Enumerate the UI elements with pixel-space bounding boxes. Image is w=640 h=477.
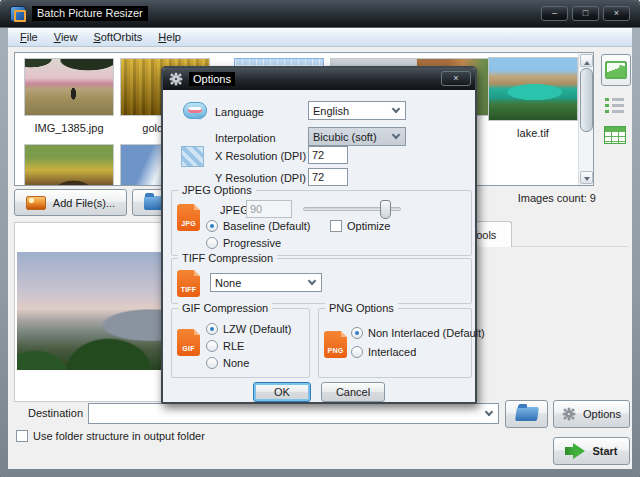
start-arrow-icon xyxy=(565,443,585,459)
optimize-checkbox-row[interactable]: Optimize xyxy=(330,220,390,232)
baseline-radio[interactable] xyxy=(206,220,218,232)
gif-group-title: GIF Compression xyxy=(178,302,272,314)
optimize-label: Optimize xyxy=(347,220,390,232)
tiff-compression-value: None xyxy=(211,277,305,289)
jpeg-label: JPEG xyxy=(220,204,249,216)
app-window: Batch Picture Resizer – □ × File View So… xyxy=(0,0,640,477)
language-select[interactable]: English xyxy=(308,101,406,120)
add-files-button[interactable]: Add File(s)... xyxy=(14,189,127,216)
tiff-group-title: TIFF Compression xyxy=(178,252,277,264)
rle-radio-row[interactable]: RLE xyxy=(206,340,244,352)
language-label: Language xyxy=(215,106,264,118)
menu-softorbits[interactable]: SoftOrbits xyxy=(85,29,150,45)
scroll-up-icon[interactable] xyxy=(580,54,593,67)
slider-thumb[interactable] xyxy=(380,200,391,219)
png-badge-text: PNG xyxy=(328,347,344,354)
interpolation-value: Bicubic (soft) xyxy=(309,131,389,143)
baseline-radio-row[interactable]: Baseline (Default) xyxy=(206,220,310,232)
thumbnail-view-button[interactable] xyxy=(601,54,631,86)
use-folder-structure-label: Use folder structure in output folder xyxy=(33,430,205,442)
chevron-down-icon[interactable] xyxy=(485,408,493,416)
scrollbar-thumb[interactable] xyxy=(580,68,593,132)
lzw-radio[interactable] xyxy=(206,323,218,335)
list-item[interactable]: IMG_1385.jpg xyxy=(21,58,117,134)
language-icon xyxy=(183,102,207,119)
destination-combobox[interactable] xyxy=(88,403,499,424)
chevron-down-icon xyxy=(392,131,400,139)
progressive-label: Progressive xyxy=(223,237,281,249)
menu-file[interactable]: File xyxy=(12,29,46,45)
non-interlaced-radio-row[interactable]: Non Interlaced (Default) xyxy=(351,327,485,339)
jpeg-options-group: JPEG Options JPG JPEG Baseline (Default)… xyxy=(171,190,472,256)
interlaced-radio[interactable] xyxy=(351,346,363,358)
interpolation-label: Interpolation xyxy=(215,132,276,144)
thumbnail-label: lake.tif xyxy=(485,127,581,139)
tiff-compression-select[interactable]: None xyxy=(210,273,322,292)
chevron-down-icon xyxy=(392,105,400,113)
y-resolution-field[interactable] xyxy=(308,168,348,186)
dialog-titlebar: Options xyxy=(163,68,475,90)
maximize-button[interactable]: □ xyxy=(572,6,599,21)
non-interlaced-radio[interactable] xyxy=(351,327,363,339)
tiff-badge-text: TIFF xyxy=(181,286,197,293)
png-group-title: PNG Options xyxy=(325,302,398,314)
menu-help[interactable]: Help xyxy=(150,29,189,45)
interlaced-radio-row[interactable]: Interlaced xyxy=(351,346,416,358)
window-titlebar: Batch Picture Resizer – □ × xyxy=(0,0,640,28)
jpg-badge-text: JPG xyxy=(181,220,196,227)
options-button[interactable]: Options xyxy=(553,400,630,428)
tiff-file-icon: TIFF xyxy=(177,270,200,297)
list-item[interactable]: lake.tif xyxy=(485,57,581,139)
png-options-group: PNG Options PNG Non Interlaced (Default)… xyxy=(318,308,472,378)
scroll-down-icon[interactable] xyxy=(580,171,593,184)
lzw-radio-row[interactable]: LZW (Default) xyxy=(206,323,291,335)
options-dialog: Options × Language English Interpolation… xyxy=(161,66,477,404)
thumbnail-autumn-cabin[interactable] xyxy=(24,144,114,186)
thumbnail-label: IMG_1385.jpg xyxy=(21,122,117,134)
gif-file-icon: GIF xyxy=(177,329,200,356)
thumbnail-lake[interactable] xyxy=(488,57,578,121)
gif-none-label: None xyxy=(223,357,249,369)
x-resolution-field[interactable] xyxy=(308,146,348,164)
list-view-icon[interactable] xyxy=(605,97,625,115)
rle-radio[interactable] xyxy=(206,340,218,352)
dialog-title: Options xyxy=(189,72,235,86)
options-button-label: Options xyxy=(583,408,621,420)
progressive-radio[interactable] xyxy=(206,237,218,249)
interpolation-select[interactable]: Bicubic (soft) xyxy=(308,127,406,146)
use-folder-structure-checkbox[interactable] xyxy=(16,430,28,442)
destination-input[interactable] xyxy=(89,405,482,422)
details-view-icon[interactable] xyxy=(604,126,626,144)
cancel-button[interactable]: Cancel xyxy=(321,382,385,402)
dialog-close-button[interactable]: × xyxy=(441,71,471,86)
lzw-label: LZW (Default) xyxy=(223,323,291,335)
minimize-button[interactable]: – xyxy=(541,6,568,21)
png-file-icon: PNG xyxy=(324,331,347,358)
x-resolution-label: X Resolution (DPI) xyxy=(215,150,306,162)
ok-button[interactable]: OK xyxy=(253,382,311,402)
jpeg-quality-slider[interactable] xyxy=(303,207,401,211)
language-value: English xyxy=(309,105,389,117)
preview-photo xyxy=(17,252,165,370)
gif-none-radio-row[interactable]: None xyxy=(206,357,249,369)
list-item[interactable] xyxy=(21,144,117,186)
progressive-radio-row[interactable]: Progressive xyxy=(206,237,281,249)
browse-folder-button[interactable] xyxy=(505,400,548,428)
resolution-icon xyxy=(181,146,204,167)
browse-folder-icon xyxy=(515,407,539,421)
menu-bar: File View SoftOrbits Help xyxy=(8,28,632,47)
photo-icon xyxy=(26,196,46,210)
menu-view[interactable]: View xyxy=(46,29,86,45)
thumbnail-img-1385[interactable] xyxy=(24,58,114,116)
window-controls: – □ × xyxy=(541,6,630,21)
gear-icon xyxy=(562,407,576,421)
gif-none-radio[interactable] xyxy=(206,357,218,369)
close-button[interactable]: × xyxy=(603,6,630,21)
start-button[interactable]: Start xyxy=(553,437,630,465)
start-button-label: Start xyxy=(592,445,617,457)
baseline-label: Baseline (Default) xyxy=(223,220,310,232)
filelist-scrollbar[interactable] xyxy=(578,53,593,185)
chevron-down-icon xyxy=(308,277,316,285)
optimize-checkbox[interactable] xyxy=(330,220,342,232)
y-resolution-label: Y Resolution (DPI) xyxy=(215,172,306,184)
